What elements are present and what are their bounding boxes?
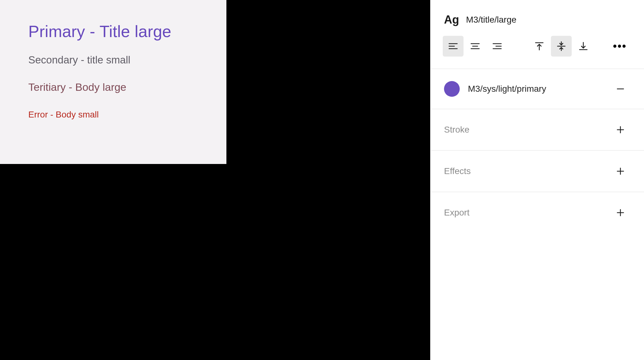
text-primary-title-large[interactable]: Primary - Title large <box>28 22 198 41</box>
more-type-options-button[interactable]: ••• <box>610 36 631 57</box>
align-right-icon <box>491 41 503 52</box>
align-center-button[interactable] <box>465 36 486 57</box>
plus-icon <box>615 207 626 218</box>
export-section: Export <box>431 192 644 233</box>
text-style-name: M3/title/large <box>466 15 516 25</box>
align-right-button[interactable] <box>487 36 508 57</box>
text-style-glyph-icon: Ag <box>444 13 459 26</box>
vertical-align-bottom-icon <box>578 41 589 52</box>
align-left-button[interactable] <box>443 36 464 57</box>
fill-section: M3/sys/light/primary <box>431 68 644 109</box>
text-tertiary-body-large[interactable]: Teritiary - Body large <box>28 81 198 93</box>
align-center-icon <box>469 41 481 52</box>
add-effect-button[interactable] <box>610 161 631 182</box>
inspector-panel: Ag M3/title/large ••• M3/sys/light/prima… <box>430 0 644 360</box>
plus-icon <box>615 166 626 177</box>
text-error-body-small[interactable]: Error - Body small <box>28 110 198 120</box>
plus-icon <box>615 124 626 135</box>
fill-color-swatch[interactable] <box>444 81 460 97</box>
canvas[interactable]: Primary - Title large Secondary - title … <box>0 0 430 360</box>
text-align-toolbar: ••• <box>431 36 644 68</box>
vertical-align-top-button[interactable] <box>529 36 550 57</box>
stroke-section: Stroke <box>431 109 644 150</box>
stroke-section-label: Stroke <box>444 125 469 135</box>
vertical-align-top-icon <box>534 41 545 52</box>
more-horizontal-icon: ••• <box>613 40 628 53</box>
add-export-button[interactable] <box>610 202 631 223</box>
text-style-row[interactable]: Ag M3/title/large <box>431 0 644 36</box>
minus-icon <box>615 83 626 95</box>
design-frame[interactable]: Primary - Title large Secondary - title … <box>0 0 226 164</box>
vertical-align-bottom-button[interactable] <box>573 36 594 57</box>
add-stroke-button[interactable] <box>610 119 631 140</box>
vertical-align-middle-button[interactable] <box>551 36 572 57</box>
effects-section: Effects <box>431 150 644 192</box>
effects-section-label: Effects <box>444 166 471 176</box>
text-secondary-title-small[interactable]: Secondary - title small <box>28 54 198 66</box>
export-section-label: Export <box>444 208 469 218</box>
align-left-icon <box>447 41 459 52</box>
fill-style-name[interactable]: M3/sys/light/primary <box>468 84 546 94</box>
remove-fill-button[interactable] <box>610 79 631 99</box>
vertical-align-middle-icon <box>556 41 567 52</box>
